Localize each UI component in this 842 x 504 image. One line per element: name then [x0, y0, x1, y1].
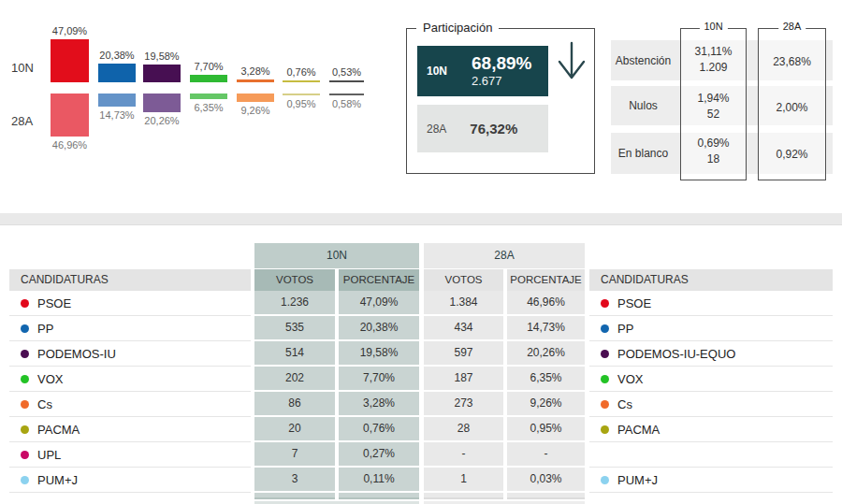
participation-10n-pct: 68,89%: [472, 54, 531, 74]
votes-28a: 597: [424, 341, 503, 365]
pct-10n: 0,27%: [339, 442, 419, 466]
participation-28a-pct: 76,32%: [470, 121, 517, 137]
party-dot: [601, 451, 609, 459]
stats-col-10n: 10N 31,11% 1.209 1,94% 52 0,69% 18: [680, 28, 747, 180]
party-name: PP: [37, 322, 53, 336]
pct-28a: 9,26%: [507, 392, 585, 415]
participation-10n-box: 10N 68,89% 2.677: [417, 46, 548, 96]
party-name: VOX: [37, 372, 63, 386]
party-dot: [21, 425, 29, 434]
pct-28a: 0,95%: [507, 417, 585, 440]
party-cell: PODEMOS-IU: [9, 341, 251, 367]
votes-28a: 273: [424, 392, 503, 415]
party-name: PUM+J: [37, 473, 78, 487]
pct-28a: 6,35%: [507, 367, 585, 390]
table-row-podemos: PODEMOS-IU 514 19,58% 597 20,26% PODEMOS…: [9, 341, 833, 367]
results-bar-chart: 10N 28A 47,09% 46,96% 20,38% 14,73% 19,5…: [0, 9, 402, 168]
party-cell-28a: [589, 442, 833, 468]
party-cell-28a: Cs: [589, 392, 833, 417]
pct-10n: 0,11%: [339, 468, 419, 491]
bar-10n-otros: [329, 80, 364, 82]
party-cell: UPL: [9, 442, 251, 468]
party-name: PP: [617, 322, 633, 336]
election-results-widget: 10N 28A 47,09% 46,96% 20,38% 14,73% 19,5…: [0, 0, 842, 504]
bar-label-10n: 20,38%: [99, 50, 134, 61]
bar-label-10n: 47,09%: [52, 25, 87, 36]
party-dot: [21, 375, 29, 383]
stats-10n-nulos: 1,94% 52: [681, 91, 746, 122]
arrow-down-icon: [554, 41, 589, 82]
bar-label-28a: 0,58%: [332, 98, 361, 109]
table-row-pumj: PUM+J 3 0,11% 1 0,03% PUM+J: [9, 468, 833, 493]
header-votos-10n: VOTOS: [254, 269, 335, 291]
votes-10n: 514: [254, 341, 335, 365]
bar-label-28a: 6,35%: [194, 102, 223, 113]
chart-bar-group-pp: 20,38% 14,73%: [98, 9, 136, 168]
table-row-pp: PP 535 20,38% 434 14,73% PP: [9, 316, 833, 341]
pct-10n: 7,70%: [339, 367, 419, 390]
stats-value: 31,11%: [681, 44, 746, 60]
stats-value: 1,94%: [681, 91, 746, 107]
party-dot: [21, 324, 29, 333]
participation-10n-count: 2.677: [472, 74, 531, 88]
votes-10n: 535: [254, 316, 335, 339]
pct-28a: 0,03%: [507, 468, 585, 491]
bar-28a-pp: [98, 94, 136, 107]
stats-label-abstencion: Abstención: [611, 54, 675, 67]
bar-28a-vox: [190, 94, 227, 99]
results-table: 10N 28A CANDIDATURAS VOTOS PORCENTAJE VO…: [9, 243, 833, 504]
table-column-header-row: CANDIDATURAS VOTOS PORCENTAJE VOTOS PORC…: [9, 269, 833, 291]
party-name: Cs: [37, 397, 52, 411]
party-name: PODEMOS-IU-EQUO: [617, 347, 735, 361]
header-candidaturas-right: CANDIDATURAS: [589, 269, 833, 291]
spacer: [589, 243, 833, 268]
pct-28a: 14,73%: [507, 316, 585, 339]
bar-label-10n: 3,28%: [240, 65, 269, 77]
party-dot: [601, 425, 609, 434]
party-name: PACMA: [617, 423, 660, 437]
stats-value: 18: [681, 151, 746, 167]
stats-10n-abstencion: 31,11% 1.209: [681, 44, 746, 76]
votes-10n: 202: [254, 367, 335, 390]
party-cell: PUM+J: [9, 468, 251, 493]
group-header-10n: 10N: [254, 243, 419, 268]
column-footer-28a: [424, 493, 503, 499]
chart-bar-group-pacma: 0,76% 0,95%: [283, 9, 320, 168]
table-group-header-row: 10N 28A: [9, 243, 833, 268]
bar-label-28a: 0,95%: [286, 98, 315, 109]
column-footer-10n: [339, 493, 419, 499]
group-header-28a: 28A: [424, 243, 585, 268]
party-cell: VOX: [9, 367, 251, 392]
bar-10n-pacma: [283, 80, 320, 82]
stats-10n-enblanco: 0,69% 18: [681, 136, 746, 167]
bar-28a-psoe: [51, 94, 89, 137]
chart-bar-group-podemos: 19,58% 20,26%: [143, 9, 181, 168]
bar-28a-podemos: [143, 94, 181, 112]
chart-bar-group-otros: 0,53% 0,58%: [329, 9, 364, 168]
column-footer-10n: [254, 493, 335, 499]
party-name: VOX: [617, 372, 643, 386]
bar-28a-pacma: [283, 94, 320, 95]
votes-28a: -: [424, 442, 503, 466]
party-dot: [21, 400, 29, 409]
party-cell-28a: VOX: [589, 367, 833, 392]
bar-label-28a: 46,96%: [52, 139, 87, 151]
stats-table: Abstención Nulos En blanco 10N 31,11% 1.…: [611, 19, 833, 182]
party-cell: PACMA: [9, 417, 251, 442]
stats-label-nulos: Nulos: [611, 99, 675, 112]
pct-10n: 0,76%: [339, 417, 419, 440]
chart-row-label-28a: 28A: [11, 114, 33, 128]
bar-10n-cs: [237, 79, 274, 82]
stats-col-10n-header: 10N: [699, 21, 727, 32]
party-cell-28a: PP: [589, 316, 833, 341]
votes-10n: 86: [254, 392, 335, 415]
party-cell: Cs: [9, 392, 251, 417]
party-name: PODEMOS-IU: [37, 347, 116, 361]
header-porcentaje-28a: PORCENTAJE: [507, 269, 585, 291]
bar-label-28a: 9,26%: [240, 105, 269, 116]
party-name: PACMA: [37, 423, 80, 437]
party-name: PSOE: [37, 296, 71, 310]
bar-10n-pp: [98, 64, 136, 82]
bar-label-10n: 7,70%: [194, 61, 223, 72]
stats-28a-nulos: 2,00%: [759, 100, 825, 116]
